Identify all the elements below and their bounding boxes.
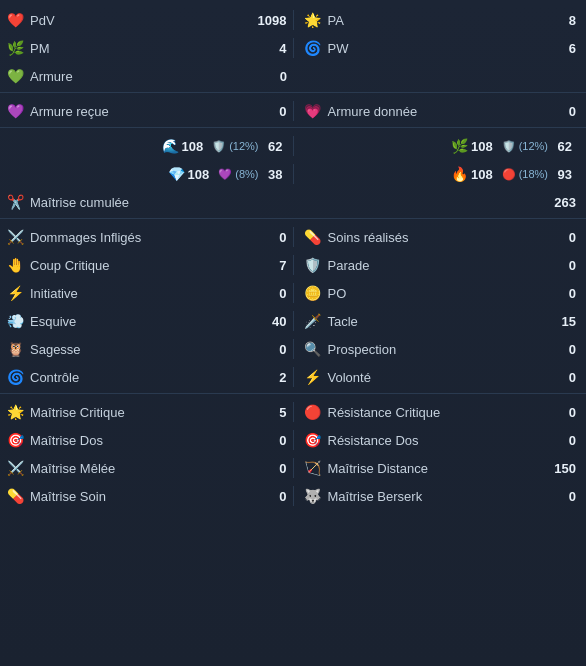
section-maitrise: 🌟 Maîtrise Critique 5 🔴 Résistance Criti…: [0, 396, 586, 512]
row-stat2: 💎 108 💜 (8%) 38 🔥 108 🔴 (18%) 93: [0, 160, 586, 188]
row-pm-pw: 🌿 PM 4 🌀 PW 6: [0, 34, 586, 62]
sagesse-value: 0: [263, 342, 293, 357]
maitrise-cumulee-cell: ✂️ Maîtrise cumulée 263: [4, 188, 582, 216]
armure-donnee-icon: 💗: [302, 100, 324, 122]
rd-cell: 🎯 Résistance Dos 0: [294, 426, 583, 454]
row-esquive-tacle: 💨 Esquive 40 🗡️ Tacle 15: [0, 307, 586, 335]
section-stats-detailed: 🌊 108 🛡️ (12%) 62 🌿 108 🛡️ (12%) 62 💎 10…: [0, 130, 586, 219]
mb-cell: 🐺 Maîtrise Berserk 0: [294, 482, 583, 510]
sagesse-label: Sagesse: [26, 342, 263, 357]
stat1-left-base: 108: [181, 139, 209, 154]
dmg-cell: ⚔️ Dommages Infligés 0: [4, 223, 293, 251]
row-stat1: 🌊 108 🛡️ (12%) 62 🌿 108 🛡️ (12%) 62: [0, 132, 586, 160]
maitrise-icon: ✂️: [4, 191, 26, 213]
row-critique-parade: 🤚 Coup Critique 7 🛡️ Parade 0: [0, 251, 586, 279]
rd-value: 0: [552, 433, 582, 448]
mdist-label: Maîtrise Distance: [324, 461, 553, 476]
ms-label: Maîtrise Soin: [26, 489, 263, 504]
stat1-right-base: 108: [471, 139, 499, 154]
soins-icon: 💊: [302, 226, 324, 248]
armure-recue-icon: 💜: [4, 100, 26, 122]
section-combat: ⚔️ Dommages Infligés 0 💊 Soins réalisés …: [0, 221, 586, 394]
fire-icon: 🔥: [449, 163, 471, 185]
stat1-right: 🌿 108 🛡️ (12%) 62: [294, 132, 583, 160]
parade-value: 0: [552, 258, 582, 273]
armure-label: Armure: [26, 69, 263, 84]
dmg-label: Dommages Infligés: [26, 230, 263, 245]
section-basic: ❤️ PdV 1098 🌟 PA 8 🌿 PM 4 🌀 PW 6: [0, 4, 586, 93]
row-ms-mb: 💊 Maîtrise Soin 0 🐺 Maîtrise Berserk 0: [0, 482, 586, 510]
row-mm-mdist: ⚔️ Maîtrise Mêlée 0 🏹 Maîtrise Distance …: [0, 454, 586, 482]
initiative-label: Initiative: [26, 286, 263, 301]
parade-cell: 🛡️ Parade 0: [294, 251, 583, 279]
sagesse-icon: 🦉: [4, 338, 26, 360]
po-value: 0: [552, 286, 582, 301]
pm-value: 4: [263, 41, 293, 56]
leaf-icon: 🌿: [449, 135, 471, 157]
wave-icon: 🌊: [159, 135, 181, 157]
stats-panel: ❤️ PdV 1098 🌟 PA 8 🌿 PM 4 🌀 PW 6: [0, 0, 586, 666]
stat1-right-pct: (12%): [519, 140, 548, 152]
po-cell: 🪙 PO 0: [294, 279, 583, 307]
pa-icon: 🌟: [302, 9, 324, 31]
soins-cell: 💊 Soins réalisés 0: [294, 223, 583, 251]
maitrise-cumulee-label: Maîtrise cumulée: [26, 195, 552, 210]
row-md-rd: 🎯 Maîtrise Dos 0 🎯 Résistance Dos 0: [0, 426, 586, 454]
stat1-left-val: 62: [259, 139, 289, 154]
prospection-icon: 🔍: [302, 338, 324, 360]
pdv-cell: ❤️ PdV 1098: [4, 6, 293, 34]
stat1-right-val: 62: [548, 139, 578, 154]
armure-recue-cell: 💜 Armure reçue 0: [4, 97, 293, 125]
armure-donnee-cell: 💗 Armure donnée 0: [294, 97, 583, 125]
rc-cell: 🔴 Résistance Critique 0: [294, 398, 583, 426]
stat1-left: 🌊 108 🛡️ (12%) 62: [4, 132, 293, 160]
dmg-value: 0: [263, 230, 293, 245]
esquive-icon: 💨: [4, 310, 26, 332]
mm-icon: ⚔️: [4, 457, 26, 479]
initiative-value: 0: [263, 286, 293, 301]
controle-label: Contrôle: [26, 370, 263, 385]
prospection-label: Prospection: [324, 342, 553, 357]
ms-value: 0: [263, 489, 293, 504]
pdv-icon: ❤️: [4, 9, 26, 31]
pa-value: 8: [552, 13, 582, 28]
armure-recue-label: Armure reçue: [26, 104, 263, 119]
mm-cell: ⚔️ Maîtrise Mêlée 0: [4, 454, 293, 482]
rd-icon: 🎯: [302, 429, 324, 451]
armure-donnee-label: Armure donnée: [324, 104, 553, 119]
armure-recue-value: 0: [263, 104, 293, 119]
soins-value: 0: [552, 230, 582, 245]
stat1-left-pct-icon: 🛡️: [209, 140, 229, 153]
pm-icon: 🌿: [4, 37, 26, 59]
pa-label: PA: [324, 13, 553, 28]
stat1-left-pct: (12%): [229, 140, 258, 152]
stat2-left: 💎 108 💜 (8%) 38: [4, 160, 293, 188]
controle-value: 2: [263, 370, 293, 385]
critique-icon: 🤚: [4, 254, 26, 276]
controle-cell: 🌀 Contrôle 2: [4, 363, 293, 391]
armure-cell: 💚 Armure 0: [4, 62, 293, 90]
critique-cell: 🤚 Coup Critique 7: [4, 251, 293, 279]
section-armure: 💜 Armure reçue 0 💗 Armure donnée 0: [0, 95, 586, 128]
row-controle-volonte: 🌀 Contrôle 2 ⚡ Volonté 0: [0, 363, 586, 391]
stat2-right-pct: (18%): [519, 168, 548, 180]
row-initiative-po: ⚡ Initiative 0 🪙 PO 0: [0, 279, 586, 307]
volonte-label: Volonté: [324, 370, 553, 385]
rc-value: 0: [552, 405, 582, 420]
md-value: 0: [263, 433, 293, 448]
tacle-label: Tacle: [324, 314, 553, 329]
sagesse-cell: 🦉 Sagesse 0: [4, 335, 293, 363]
critique-label: Coup Critique: [26, 258, 263, 273]
po-icon: 🪙: [302, 282, 324, 304]
stat2-right-pct-icon: 🔴: [499, 168, 519, 181]
soins-label: Soins réalisés: [324, 230, 553, 245]
ms-cell: 💊 Maîtrise Soin 0: [4, 482, 293, 510]
mm-label: Maîtrise Mêlée: [26, 461, 263, 476]
pdv-value: 1098: [258, 13, 293, 28]
row-mc-rc: 🌟 Maîtrise Critique 5 🔴 Résistance Criti…: [0, 398, 586, 426]
parade-label: Parade: [324, 258, 553, 273]
stat1-right-pct-icon: 🛡️: [499, 140, 519, 153]
md-label: Maîtrise Dos: [26, 433, 263, 448]
esquive-label: Esquive: [26, 314, 263, 329]
row-maitrise-cumulee: ✂️ Maîtrise cumulée 263: [0, 188, 586, 216]
